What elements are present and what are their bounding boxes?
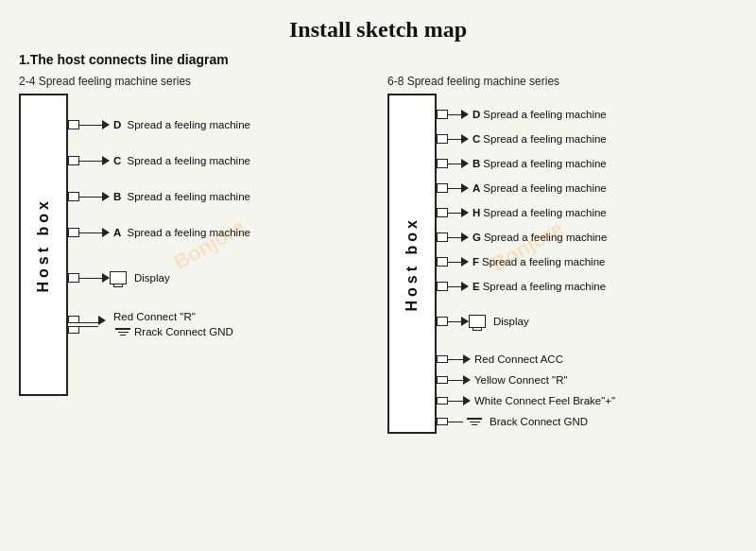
right-conn-acc: Red Connect ACC [437, 349, 615, 370]
label-C: C Spread a feeling machine [113, 155, 250, 166]
right-label-display: Display [493, 316, 529, 327]
right-conn-E: ESpread a feeling machine [437, 275, 615, 298]
right-conn-brack: Brack Connect GND [437, 411, 615, 432]
left-conn-C: C Spread a feeling machine [68, 146, 250, 175]
label-rrack-connect: Rrack Connect GND [113, 326, 233, 337]
ground-symbol-right [467, 418, 482, 425]
left-host-box: Host box [19, 94, 68, 396]
right-label-acc: Red Connect ACC [474, 353, 563, 365]
arrow-D [102, 120, 110, 129]
right-subtitle: 6-8 Spread feeling machine series [387, 75, 737, 88]
right-conn-C: CSpread a feeling machine [437, 128, 615, 150]
arrow-C [102, 156, 110, 165]
right-conn-D: DSpread a feeling machine [437, 103, 615, 126]
left-conn-B: B Spread a feeling machine [68, 182, 250, 211]
stub-display [68, 273, 79, 283]
right-conn-display: Display [437, 307, 615, 336]
right-diagram-area: Bonjore Host box DSpread a feeling machi… [387, 94, 737, 434]
left-conn-A: A Spread a feeling machine [68, 218, 250, 247]
stub-C [68, 156, 79, 165]
hline-display [79, 278, 102, 279]
left-diagram: 2-4 Spread feeling machine series Bonjor… [19, 75, 369, 434]
label-D: D Spread a feeling machine [113, 119, 250, 130]
right-display-icon [469, 315, 486, 328]
right-label-brack: Brack Connect GND [490, 416, 588, 427]
right-conn-G: GSpread a feeling machine [437, 226, 615, 249]
left-subtitle: 2-4 Spread feeling machine series [19, 75, 369, 88]
stub-B [68, 192, 79, 201]
right-conn-F: FSpread a feeling machine [437, 250, 615, 273]
section-title: 1.The host connects line diagram [19, 52, 737, 67]
left-conn-D: D Spread a feeling machine [68, 111, 250, 139]
hline-D [79, 125, 102, 126]
stub-A [68, 228, 79, 237]
hline-B [79, 197, 102, 198]
right-conn-yellow: Yellow Connect "R" [437, 370, 615, 390]
hline-A [79, 232, 102, 233]
arrow-A [102, 228, 110, 237]
right-label-white: White Connect Feel Brake"+" [474, 395, 615, 406]
label-display: Display [134, 272, 170, 284]
right-conn-H: HSpread a feeling machine [437, 201, 615, 224]
label-B: B Spread a feeling machine [113, 191, 250, 202]
stub-D [68, 120, 79, 129]
stub-power2 [68, 326, 79, 334]
right-connectors: DSpread a feeling machine CSpread a feel… [437, 94, 615, 434]
right-label-yellow: Yellow Connect "R" [474, 374, 568, 386]
page: Install sketch map 1.The host connects l… [0, 0, 756, 551]
right-diagram: 6-8 Spread feeling machine series Bonjor… [387, 75, 737, 434]
left-conn-red: Red Connect "R" Rrack Connect GND [68, 315, 250, 334]
main-title: Install sketch map [19, 17, 737, 43]
left-host-box-label: Host box [35, 198, 52, 292]
label-A: A Spread a feeling machine [113, 227, 250, 238]
diagrams-row: 2-4 Spread feeling machine series Bonjor… [19, 75, 737, 434]
display-icon [110, 271, 127, 284]
hline-C [79, 161, 102, 162]
left-connectors: D Spread a feeling machine C Spread a fe… [68, 94, 250, 396]
right-conn-A: ASpread a feeling machine [437, 177, 615, 199]
ground-symbol-left [115, 328, 130, 336]
stub-power1 [68, 316, 79, 323]
left-conn-display: Display [68, 264, 250, 292]
right-host-box: Host box [387, 94, 437, 434]
label-red-connect: Red Connect "R" [113, 311, 233, 322]
right-conn-white: White Connect Feel Brake"+" [437, 390, 615, 411]
left-diagram-area: Bonjore Host box D [19, 94, 369, 396]
arrow-B [102, 192, 110, 201]
right-host-box-label: Host box [404, 216, 421, 311]
right-conn-B: BSpread a feeling machine [437, 152, 615, 175]
arrow-power1 [98, 316, 106, 325]
arrow-display [102, 273, 110, 283]
